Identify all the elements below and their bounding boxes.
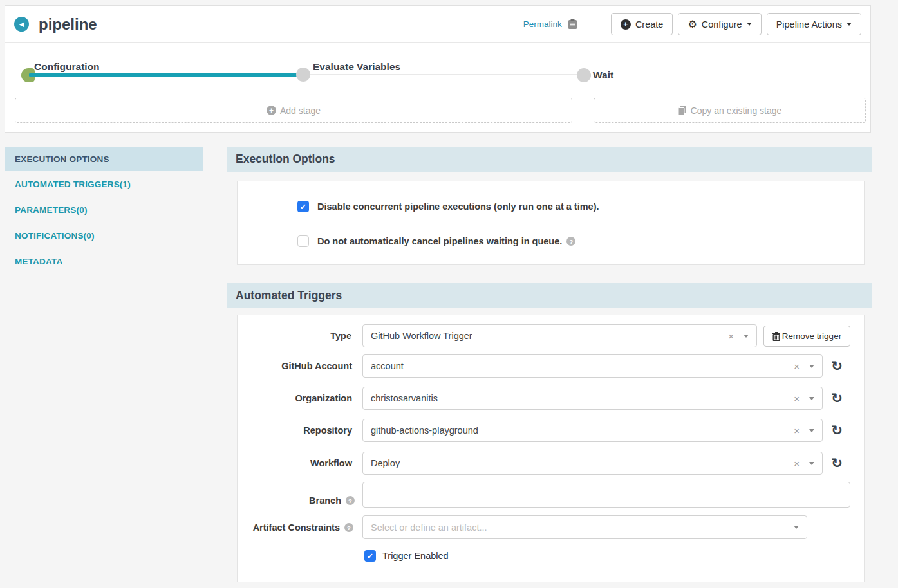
check-glyph: ✓ [300, 202, 306, 212]
trash-icon [772, 332, 780, 341]
sidebar-item-automated-triggers[interactable]: AUTOMATED TRIGGERS(1) [5, 171, 203, 197]
chevron-down-icon[interactable] [809, 429, 814, 432]
execution-options-panel: ✓ Disable concurrent pipeline executions… [237, 181, 865, 265]
sidebar-item-metadata[interactable]: METADATA [5, 248, 203, 274]
help-icon[interactable]: ? [344, 523, 353, 532]
refresh-icon[interactable]: ↻ [830, 423, 844, 437]
copy-icon [678, 106, 687, 115]
execution-options-heading: Execution Options [227, 147, 872, 172]
workflow-select[interactable]: Deploy × [362, 452, 823, 475]
pipeline-config-screen: ◀ pipeline Permalink + Cr [0, 0, 898, 588]
sidebar-item-execution-options[interactable]: EXECUTION OPTIONS [5, 147, 203, 171]
organization-label: Organization [238, 393, 352, 403]
copy-stage-label: Copy an existing stage [691, 106, 782, 116]
remove-trigger-label: Remove trigger [782, 331, 841, 341]
pipeline-actions-button[interactable]: Pipeline Actions [767, 13, 861, 35]
chevron-down-icon [747, 23, 752, 26]
disable-concurrent-checkbox-row[interactable]: ✓ Disable concurrent pipeline executions… [297, 201, 599, 212]
repository-select[interactable]: github-actions-playground × [362, 419, 823, 442]
checkbox-checked-icon[interactable]: ✓ [364, 550, 376, 562]
chevron-down-icon[interactable] [744, 335, 749, 338]
stage-connector [310, 74, 578, 75]
stage-label-configuration[interactable]: Configuration [34, 61, 100, 73]
create-button-label: Create [635, 19, 664, 30]
copy-existing-stage-button[interactable]: Copy an existing stage [594, 98, 866, 123]
plus-circle-icon: + [267, 106, 276, 115]
header-actions: Permalink + Create ⚙ [523, 13, 861, 35]
page-title: pipeline [39, 15, 97, 33]
add-stage-label: Add stage [280, 106, 321, 116]
clear-icon[interactable]: × [794, 394, 800, 403]
help-glyph: ? [569, 238, 573, 245]
configure-button-label: Configure [702, 19, 742, 30]
help-icon[interactable]: ? [566, 237, 575, 246]
automated-triggers-heading: Automated Triggers [227, 283, 872, 308]
refresh-icon[interactable]: ↻ [830, 391, 844, 405]
chevron-down-icon[interactable] [809, 397, 814, 400]
check-glyph: ✓ [367, 551, 373, 561]
workflow-label: Workflow [238, 458, 352, 468]
stage-label-wait[interactable]: Wait [593, 69, 613, 81]
pipeline-actions-label: Pipeline Actions [776, 19, 842, 30]
artifact-constraints-placeholder: Select or define an artifact... [371, 522, 487, 533]
help-glyph: ? [347, 524, 351, 531]
chevron-down-icon[interactable] [809, 462, 814, 465]
stage-node-evaluate-variables[interactable] [296, 68, 310, 82]
checkbox-unchecked-icon[interactable] [297, 235, 309, 247]
workflow-value: Deploy [371, 458, 400, 468]
config-sidebar: EXECUTION OPTIONS AUTOMATED TRIGGERS(1) … [5, 147, 203, 274]
clear-icon[interactable]: × [728, 331, 734, 341]
artifact-constraints-label: Artifact Constraints [253, 522, 340, 533]
checkbox-checked-icon[interactable]: ✓ [297, 201, 309, 212]
artifact-constraints-select[interactable]: Select or define an artifact... [362, 515, 807, 539]
chevron-down-icon[interactable] [794, 526, 799, 529]
no-auto-cancel-label: Do not automatically cancel pipelines wa… [317, 236, 562, 246]
create-button[interactable]: + Create [611, 13, 673, 35]
plus-glyph: + [269, 107, 274, 115]
clear-icon[interactable]: × [794, 426, 800, 436]
automated-triggers-panel: Type GitHub Workflow Trigger × Remove tr… [237, 315, 865, 582]
help-icon[interactable]: ? [346, 496, 355, 505]
organization-select[interactable]: christosarvanitis × [362, 387, 823, 410]
configure-button[interactable]: ⚙ Configure [678, 13, 761, 35]
type-label: Type [238, 331, 351, 341]
add-stage-button[interactable]: + Add stage [15, 98, 572, 123]
stage-connector-active [29, 73, 304, 77]
plus-glyph: + [623, 20, 628, 28]
branch-label-row: Branch ? [238, 495, 355, 506]
pipeline-header: ◀ pipeline Permalink + Cr [5, 6, 870, 43]
back-arrow-glyph: ◀ [19, 21, 24, 28]
stage-label-evaluate-variables[interactable]: Evaluate Variables [313, 61, 400, 73]
organization-value: christosarvanitis [371, 393, 438, 403]
remove-trigger-button[interactable]: Remove trigger [763, 326, 850, 347]
sidebar-item-notifications[interactable]: NOTIFICATIONS(0) [5, 223, 203, 248]
github-account-label: GitHub Account [238, 361, 352, 371]
trigger-enabled-row[interactable]: ✓ Trigger Enabled [364, 550, 449, 562]
trigger-enabled-label: Trigger Enabled [382, 551, 449, 561]
gear-icon: ⚙ [688, 19, 697, 30]
stage-node-wait[interactable] [577, 68, 591, 82]
refresh-icon[interactable]: ↻ [830, 359, 844, 373]
github-account-value: account [371, 361, 404, 371]
chevron-down-icon [847, 23, 852, 26]
no-auto-cancel-checkbox-row[interactable]: Do not automatically cancel pipelines wa… [297, 235, 575, 247]
plus-circle-icon: + [621, 19, 631, 30]
branch-input[interactable] [362, 482, 850, 508]
chevron-down-icon[interactable] [809, 365, 814, 368]
pipeline-header-card: ◀ pipeline Permalink + Cr [5, 5, 871, 133]
refresh-icon[interactable]: ↻ [830, 456, 844, 470]
clipboard-icon[interactable] [568, 19, 577, 30]
disable-concurrent-label: Disable concurrent pipeline executions (… [317, 201, 599, 212]
github-account-select[interactable]: account × [362, 354, 823, 378]
branch-label: Branch [309, 495, 341, 506]
sidebar-item-parameters[interactable]: PARAMETERS(0) [5, 197, 203, 223]
trigger-type-select[interactable]: GitHub Workflow Trigger × [362, 324, 757, 347]
repository-label: Repository [238, 425, 352, 436]
trigger-type-value: GitHub Workflow Trigger [371, 331, 472, 341]
back-arrow-icon[interactable]: ◀ [14, 17, 29, 32]
clear-icon[interactable]: × [794, 362, 800, 371]
clear-icon[interactable]: × [794, 459, 800, 468]
artifact-constraints-label-row: Artifact Constraints ? [238, 522, 353, 533]
help-glyph: ? [348, 497, 352, 504]
permalink-link[interactable]: Permalink [523, 19, 562, 29]
